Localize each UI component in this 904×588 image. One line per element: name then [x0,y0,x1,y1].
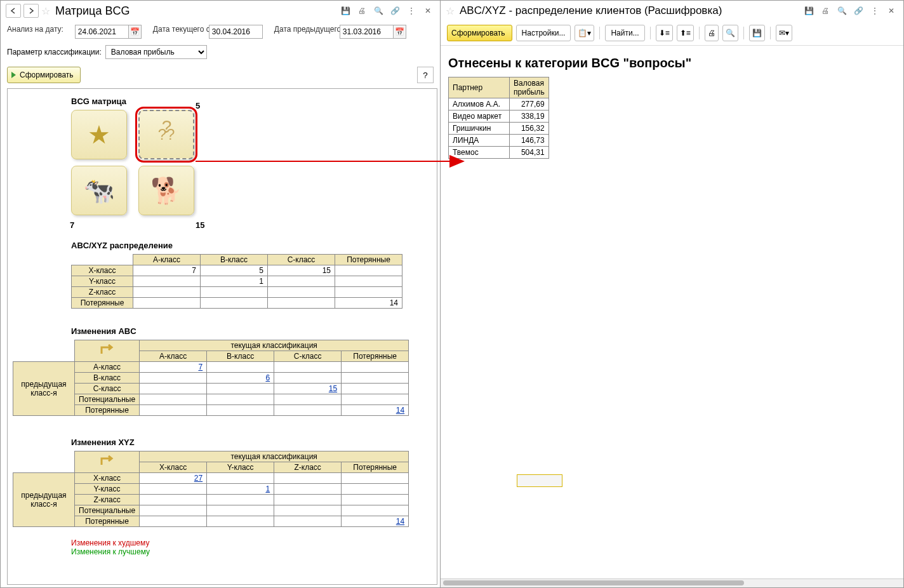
preview-icon[interactable]: 🔍 [371,4,385,18]
table-cell [274,516,342,527]
abc-table: текущая классификацияА-классВ-классС-кла… [13,340,409,416]
table-cell [207,516,274,527]
generate-button[interactable]: Сформировать [447,25,512,41]
current-date-input[interactable] [209,25,263,39]
right-body: Отнесены к категории BCG "вопросы" Партн… [441,46,903,578]
report-heading: Отнесены к категории BCG "вопросы" [448,56,896,70]
favorite-star-icon[interactable]: ☆ [446,5,455,17]
prev-date-input[interactable] [340,25,394,39]
right-title-bar: ☆ ABC/XYZ - распределение клиентов (Расш… [441,1,903,21]
help-button[interactable]: ? [417,67,434,83]
bcg-count-tr: 5 [196,101,200,110]
legend-bad: Изменения к худшему [71,538,437,547]
table-cell [140,516,207,527]
abc-title: Изменения ABC [71,326,437,336]
abcxyz-title: ABC/XYZ распределение [71,241,437,250]
legend: Изменения к худшему Изменения к лучшему [71,538,437,556]
action-row: Сформировать ? [1,62,440,88]
table-row[interactable]: ЛИНДА146,73 [449,135,549,147]
table-cell [207,362,274,373]
bcg-cell-stars[interactable]: ★ [71,110,127,159]
table-cell [207,473,274,484]
table-cell [342,495,409,505]
calendar-icon[interactable]: 📅 [394,25,406,39]
table-cell [274,373,342,384]
left-title-bar: ☆ Матрица BCG 💾 🖨 🔍 🔗 ⋮ ✕ [1,1,440,21]
table-cell [140,405,207,416]
table-cell[interactable]: 7 [140,362,207,373]
bcg-matrix: 5 ★ ??? 🐄 🐕 7 15 [71,110,211,215]
table-cell [140,373,207,384]
table-cell[interactable]: 14 [342,405,409,416]
analysis-date-input[interactable] [75,25,129,39]
selection-box [517,474,562,487]
play-icon [11,72,16,78]
bcg-section-title: BCG матрица [71,97,437,106]
right-panel: ☆ ABC/XYZ - распределение клиентов (Расш… [441,1,903,587]
bcg-cell-questions[interactable]: ??? [138,110,194,159]
mail-button[interactable]: ✉▾ [776,25,792,41]
nav-back-button[interactable] [6,4,21,18]
report-area[interactable]: BCG матрица 5 ★ ??? 🐄 🐕 7 15 ABC/XYZ рас… [7,88,437,585]
xyz-title: Изменения XYZ [71,438,437,447]
table-cell[interactable]: 1 [207,484,274,495]
calendar-icon[interactable]: 📅 [129,25,142,39]
right-toolbar: Сформировать Настройки... 📋▾ Найти... ⬇≡… [441,21,903,46]
generate-button[interactable]: Сформировать [7,67,81,83]
prev-date-label: Дата предыдущего среза: [274,25,328,34]
table-cell [140,484,207,495]
table-row[interactable]: Видео маркет338,19 [449,110,549,123]
disk-button[interactable]: 💾 [749,25,765,41]
table-cell [342,484,409,495]
table-row[interactable]: Твемос504,31 [449,147,549,159]
table-cell [342,473,409,484]
preview-button[interactable]: 🔍 [722,25,738,41]
save-icon[interactable]: 💾 [802,4,816,18]
more-icon[interactable]: ⋮ [868,4,882,18]
abcxyz-table: А-классВ-классС-классПотерянныеX-класс75… [71,254,402,309]
table-row[interactable]: Алхимов А.А.277,69 [449,98,549,110]
classif-label: Параметр классификации: [7,48,102,57]
close-icon[interactable]: ✕ [421,4,435,18]
bcg-cell-dogs[interactable]: 🐕 [138,166,194,215]
link-icon[interactable]: 🔗 [388,4,402,18]
link-icon[interactable]: 🔗 [851,4,865,18]
table-row[interactable]: Гришичкин156,32 [449,123,549,135]
close-icon[interactable]: ✕ [884,4,898,18]
more-icon[interactable]: ⋮ [404,4,418,18]
find-button[interactable]: Найти... [605,25,644,41]
params-row: Анализ на дату: 📅 Дата текущего среза: Д… [1,21,440,43]
print-icon[interactable]: 🖨 [355,4,369,18]
xyz-table: текущая классификацияX-классY-классZ-кла… [13,451,409,527]
expand-button[interactable]: ⬇≡ [656,25,673,41]
favorite-star-icon[interactable]: ☆ [41,5,50,17]
table-cell[interactable]: 6 [207,373,274,384]
table-cell [140,495,207,505]
bcg-cell-cows[interactable]: 🐄 [71,166,127,215]
left-panel: ☆ Матрица BCG 💾 🖨 🔍 🔗 ⋮ ✕ Анализ на дату… [1,1,441,587]
table-cell[interactable]: 15 [274,384,342,394]
bcg-count-br: 15 [196,220,204,230]
page-title: ABC/XYZ - распределение клиентов (Расшиф… [457,4,799,17]
table-cell[interactable]: 27 [140,473,207,484]
classif-select[interactable]: Валовая прибыль [105,45,207,59]
print-button[interactable]: 🖨 [705,25,719,41]
table-cell [274,484,342,495]
table-cell[interactable]: 14 [342,516,409,527]
table-cell [274,495,342,505]
horizontal-scrollbar[interactable] [441,578,903,587]
table-cell [342,394,409,405]
nav-forward-button[interactable] [23,4,39,18]
table-cell [342,373,409,384]
table-cell [342,384,409,394]
variants-button[interactable]: 📋▾ [575,25,594,41]
table-cell [342,505,409,516]
preview-icon[interactable]: 🔍 [835,4,849,18]
table-cell [274,362,342,373]
settings-button[interactable]: Настройки... [516,25,571,41]
table-cell [207,505,274,516]
save-icon[interactable]: 💾 [338,4,352,18]
print-icon[interactable]: 🖨 [818,4,832,18]
table-cell [274,394,342,405]
collapse-button[interactable]: ⬆≡ [677,25,694,41]
